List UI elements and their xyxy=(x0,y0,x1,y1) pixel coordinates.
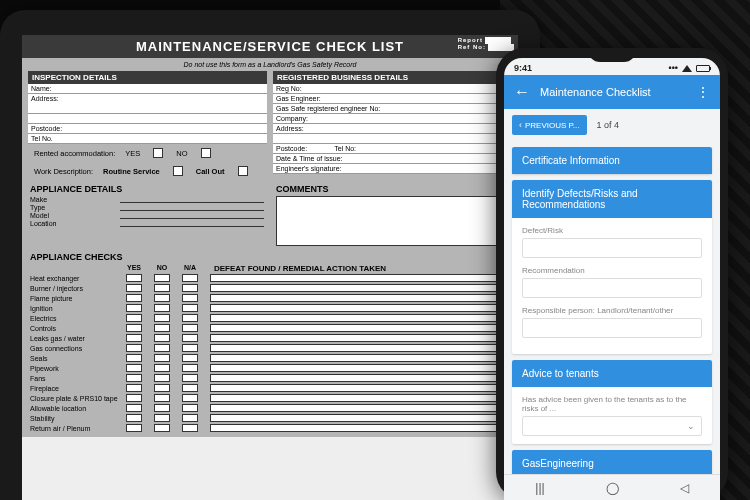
check-na-box[interactable] xyxy=(182,354,198,362)
defeat-line[interactable] xyxy=(210,424,510,432)
defeat-line[interactable] xyxy=(210,354,510,362)
check-yes-box[interactable] xyxy=(126,274,142,282)
back-button[interactable]: ◁ xyxy=(674,481,694,495)
rented-no-checkbox[interactable] xyxy=(201,148,211,158)
check-na-box[interactable] xyxy=(182,374,198,382)
check-yes-box[interactable] xyxy=(126,344,142,352)
defeat-line[interactable] xyxy=(210,394,510,402)
check-no-box[interactable] xyxy=(154,354,170,362)
defect-input[interactable] xyxy=(522,238,702,258)
check-no-box[interactable] xyxy=(154,324,170,332)
previous-page-button[interactable]: ‹ PREVIOUS P... xyxy=(512,115,587,135)
appliance-detail-row: Type xyxy=(30,204,264,211)
check-yes-box[interactable] xyxy=(126,284,142,292)
appliance-detail-row: Make xyxy=(30,196,264,203)
check-no-box[interactable] xyxy=(154,404,170,412)
check-na-box[interactable] xyxy=(182,324,198,332)
defeat-line[interactable] xyxy=(210,294,510,302)
check-yes-box[interactable] xyxy=(126,414,142,422)
check-na-box[interactable] xyxy=(182,424,198,432)
paper-form: MAINTENANCE/SERVICE CHECK LIST Report Re… xyxy=(22,35,518,437)
defeat-line[interactable] xyxy=(210,344,510,352)
business-address: Address: xyxy=(273,124,512,134)
check-yes-box[interactable] xyxy=(126,374,142,382)
check-na-box[interactable] xyxy=(182,334,198,342)
check-na-box[interactable] xyxy=(182,294,198,302)
check-yes-box[interactable] xyxy=(126,364,142,372)
check-na-box[interactable] xyxy=(182,404,198,412)
check-row: Ignition xyxy=(30,303,510,313)
inspection-blank1 xyxy=(28,114,267,124)
check-na-box[interactable] xyxy=(182,274,198,282)
rented-yes-label: YES xyxy=(125,149,140,158)
responsible-input[interactable] xyxy=(522,318,702,338)
check-no-box[interactable] xyxy=(154,334,170,342)
check-na-box[interactable] xyxy=(182,314,198,322)
check-yes-box[interactable] xyxy=(126,324,142,332)
check-yes-box[interactable] xyxy=(126,334,142,342)
check-yes-box[interactable] xyxy=(126,314,142,322)
check-na-box[interactable] xyxy=(182,304,198,312)
check-no-box[interactable] xyxy=(154,284,170,292)
check-yes-box[interactable] xyxy=(126,294,142,302)
defeat-line[interactable] xyxy=(210,334,510,342)
check-no-box[interactable] xyxy=(154,364,170,372)
comments-box[interactable] xyxy=(276,196,510,246)
defeat-line[interactable] xyxy=(210,284,510,292)
defeat-line[interactable] xyxy=(210,304,510,312)
menu-dots-icon[interactable]: ⋮ xyxy=(696,84,710,100)
check-no-box[interactable] xyxy=(154,414,170,422)
defeat-header: DEFEAT FOUND / REMEDIAL ACTION TAKEN xyxy=(214,264,510,273)
check-no-box[interactable] xyxy=(154,304,170,312)
check-na-box[interactable] xyxy=(182,384,198,392)
defeat-line[interactable] xyxy=(210,274,510,282)
check-na-box[interactable] xyxy=(182,414,198,422)
check-no-box[interactable] xyxy=(154,374,170,382)
checks-yes-header: YES xyxy=(120,264,148,273)
check-no-box[interactable] xyxy=(154,274,170,282)
check-na-box[interactable] xyxy=(182,364,198,372)
appliance-details-section: APPLIANCE DETAILS MakeTypeModelLocation xyxy=(30,184,264,246)
check-label: Controls xyxy=(30,325,120,332)
check-na-box[interactable] xyxy=(182,344,198,352)
defeat-line[interactable] xyxy=(210,364,510,372)
check-label: Fans xyxy=(30,375,120,382)
check-no-box[interactable] xyxy=(154,424,170,432)
check-na-box[interactable] xyxy=(182,394,198,402)
check-label: Return air / Plenum xyxy=(30,425,120,432)
defeat-line[interactable] xyxy=(210,314,510,322)
home-button[interactable]: ◯ xyxy=(602,481,622,495)
recent-apps-button[interactable]: ||| xyxy=(530,481,550,495)
check-label: Flame picture xyxy=(30,295,120,302)
check-no-box[interactable] xyxy=(154,294,170,302)
certificate-card[interactable]: Certificate Information xyxy=(512,147,712,174)
back-arrow-icon[interactable]: ← xyxy=(514,83,530,101)
check-yes-box[interactable] xyxy=(126,384,142,392)
callout-checkbox[interactable] xyxy=(238,166,248,176)
advice-select[interactable]: ⌄ xyxy=(522,416,702,436)
check-yes-box[interactable] xyxy=(126,424,142,432)
check-no-box[interactable] xyxy=(154,394,170,402)
business-postcode-tel: Postcode: Tel No: xyxy=(273,144,512,154)
defeat-line[interactable] xyxy=(210,324,510,332)
check-yes-box[interactable] xyxy=(126,304,142,312)
defeat-line[interactable] xyxy=(210,374,510,382)
recommendation-input[interactable] xyxy=(522,278,702,298)
form-title-bar: MAINTENANCE/SERVICE CHECK LIST Report Re… xyxy=(22,35,518,58)
bottom-card[interactable]: GasEngineering xyxy=(512,450,712,477)
check-no-box[interactable] xyxy=(154,384,170,392)
check-no-box[interactable] xyxy=(154,314,170,322)
check-na-box[interactable] xyxy=(182,284,198,292)
check-yes-box[interactable] xyxy=(126,354,142,362)
defeat-line[interactable] xyxy=(210,384,510,392)
check-yes-box[interactable] xyxy=(126,394,142,402)
check-yes-box[interactable] xyxy=(126,404,142,412)
defeat-line[interactable] xyxy=(210,404,510,412)
defeat-line[interactable] xyxy=(210,414,510,422)
routine-checkbox[interactable] xyxy=(173,166,183,176)
rented-yes-checkbox[interactable] xyxy=(153,148,163,158)
check-row: Heat exchanger xyxy=(30,273,510,283)
refno-label: Ref No: xyxy=(458,44,486,50)
check-no-box[interactable] xyxy=(154,344,170,352)
inspection-details-section: INSPECTION DETAILS Name: Address: Postco… xyxy=(28,71,267,180)
